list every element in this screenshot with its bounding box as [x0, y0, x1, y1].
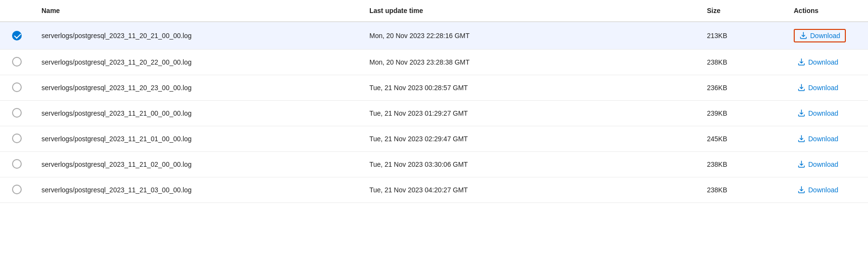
file-size-cell: 238KB	[699, 177, 786, 203]
file-name-cell: serverlogs/postgresql_2023_11_20_23_00_0…	[34, 75, 362, 101]
download-icon	[800, 32, 807, 40]
download-icon	[798, 109, 805, 117]
file-name-cell: serverlogs/postgresql_2023_11_21_00_00_0…	[34, 101, 362, 126]
table-row[interactable]: serverlogs/postgresql_2023_11_20_21_00_0…	[0, 22, 868, 50]
download-button[interactable]: Download	[794, 159, 842, 170]
table-row[interactable]: serverlogs/postgresql_2023_11_21_00_00_0…	[0, 101, 868, 126]
row-select-cell[interactable]	[0, 126, 34, 152]
table-row[interactable]: serverlogs/postgresql_2023_11_21_01_00_0…	[0, 126, 868, 152]
file-name-cell: serverlogs/postgresql_2023_11_21_02_00_0…	[34, 152, 362, 177]
download-label: Download	[808, 161, 838, 168]
file-name-cell: serverlogs/postgresql_2023_11_20_21_00_0…	[34, 22, 362, 50]
table-row[interactable]: serverlogs/postgresql_2023_11_20_23_00_0…	[0, 75, 868, 101]
download-icon	[798, 58, 805, 66]
download-label: Download	[808, 84, 838, 92]
download-button[interactable]: Download	[794, 82, 842, 94]
last-update-time-cell: Mon, 20 Nov 2023 23:28:38 GMT	[362, 50, 699, 75]
radio-button[interactable]	[12, 82, 22, 92]
download-label: Download	[808, 186, 838, 194]
actions-cell: Download	[786, 101, 868, 126]
table-row[interactable]: serverlogs/postgresql_2023_11_21_02_00_0…	[0, 152, 868, 177]
file-size-cell: 236KB	[699, 75, 786, 101]
download-button[interactable]: Download	[794, 29, 846, 42]
table-row[interactable]: serverlogs/postgresql_2023_11_20_22_00_0…	[0, 50, 868, 75]
table-body: serverlogs/postgresql_2023_11_20_21_00_0…	[0, 22, 868, 203]
download-label: Download	[808, 58, 838, 66]
download-label: Download	[810, 32, 840, 40]
log-files-table: Name Last update time Size Actions serve…	[0, 0, 868, 203]
last-update-time-cell: Tue, 21 Nov 2023 03:30:06 GMT	[362, 152, 699, 177]
row-select-cell[interactable]	[0, 101, 34, 126]
file-name-cell: serverlogs/postgresql_2023_11_21_03_00_0…	[34, 177, 362, 203]
last-update-time-column-header: Last update time	[362, 0, 699, 22]
row-select-cell[interactable]	[0, 22, 34, 50]
download-icon	[798, 161, 805, 168]
actions-cell: Download	[786, 75, 868, 101]
radio-button[interactable]	[12, 108, 22, 118]
file-name-cell: serverlogs/postgresql_2023_11_20_22_00_0…	[34, 50, 362, 75]
radio-button[interactable]	[12, 159, 22, 169]
download-button[interactable]: Download	[794, 184, 842, 196]
row-select-cell[interactable]	[0, 152, 34, 177]
download-button[interactable]: Download	[794, 133, 842, 145]
radio-button[interactable]	[12, 57, 22, 67]
download-icon	[798, 84, 805, 92]
actions-cell: Download	[786, 152, 868, 177]
download-button[interactable]: Download	[794, 107, 842, 119]
table-row[interactable]: serverlogs/postgresql_2023_11_21_03_00_0…	[0, 177, 868, 203]
last-update-time-cell: Mon, 20 Nov 2023 22:28:16 GMT	[362, 22, 699, 50]
last-update-time-cell: Tue, 21 Nov 2023 00:28:57 GMT	[362, 75, 699, 101]
file-size-cell: 245KB	[699, 126, 786, 152]
last-update-time-cell: Tue, 21 Nov 2023 04:20:27 GMT	[362, 177, 699, 203]
actions-column-header: Actions	[786, 0, 868, 22]
row-select-cell[interactable]	[0, 75, 34, 101]
last-update-time-cell: Tue, 21 Nov 2023 02:29:47 GMT	[362, 126, 699, 152]
last-update-time-cell: Tue, 21 Nov 2023 01:29:27 GMT	[362, 101, 699, 126]
file-size-cell: 239KB	[699, 101, 786, 126]
download-icon	[798, 186, 805, 194]
actions-cell: Download	[786, 126, 868, 152]
radio-button[interactable]	[12, 185, 22, 194]
file-size-cell: 213KB	[699, 22, 786, 50]
row-select-cell[interactable]	[0, 50, 34, 75]
row-select-cell[interactable]	[0, 177, 34, 203]
download-label: Download	[808, 135, 838, 143]
download-icon	[798, 135, 805, 143]
download-button[interactable]: Download	[794, 56, 842, 68]
select-column-header	[0, 0, 34, 22]
actions-cell: Download	[786, 50, 868, 75]
checked-radio[interactable]	[12, 31, 22, 40]
size-column-header: Size	[699, 0, 786, 22]
table-header-row: Name Last update time Size Actions	[0, 0, 868, 22]
actions-cell: Download	[786, 22, 868, 50]
file-size-cell: 238KB	[699, 152, 786, 177]
actions-cell: Download	[786, 177, 868, 203]
name-column-header: Name	[34, 0, 362, 22]
file-size-cell: 238KB	[699, 50, 786, 75]
file-name-cell: serverlogs/postgresql_2023_11_21_01_00_0…	[34, 126, 362, 152]
download-label: Download	[808, 109, 838, 117]
log-files-table-container: Name Last update time Size Actions serve…	[0, 0, 868, 255]
radio-button[interactable]	[12, 134, 22, 143]
